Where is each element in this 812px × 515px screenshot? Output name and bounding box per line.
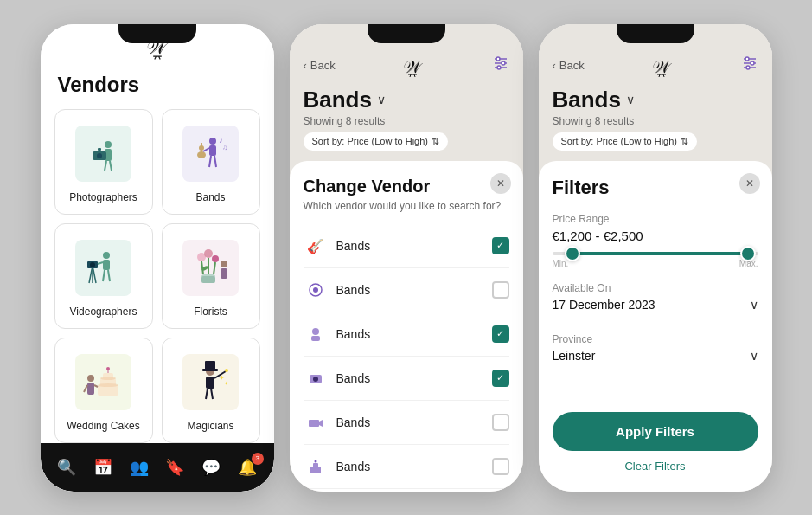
vendor-checkbox-4[interactable] <box>492 414 509 431</box>
change-vendor-screen: ‹ Back 𝒲 <box>290 24 523 492</box>
vendor-grid: Photographers <box>41 109 274 443</box>
vendor-card-bands[interactable]: ♪ ♫ Bands <box>162 109 260 215</box>
sort-chip-3[interactable]: Sort by: Price (Low to High) ⇅ <box>553 132 698 151</box>
vendor-card-photographers[interactable]: Photographers <box>54 109 153 215</box>
vendor-card-florists[interactable]: Florists <box>162 223 260 329</box>
filter-icon-2[interactable] <box>492 55 509 76</box>
price-min-label: Min. <box>553 259 569 268</box>
vendor-list-item-2[interactable]: Bands <box>304 312 509 357</box>
filters-screen: ‹ Back 𝒲 <box>539 24 772 492</box>
clear-filters-button[interactable]: Clear Filters <box>553 456 758 476</box>
province-section: Province Leinster ∨ <box>553 333 758 370</box>
available-on-value: 17 December 2023 <box>553 298 655 312</box>
videographers-label: Videographers <box>70 306 137 318</box>
svg-point-51 <box>98 383 118 387</box>
svg-point-38 <box>212 255 219 262</box>
province-value: Leinster <box>553 349 596 363</box>
vendor-checkbox-3[interactable] <box>492 370 509 387</box>
svg-point-77 <box>496 57 500 61</box>
svg-rect-63 <box>206 377 214 389</box>
filter-icon-3[interactable] <box>741 55 758 76</box>
vendor-list-item-5[interactable]: Bands <box>304 445 509 489</box>
vendor-icon-2 <box>304 322 328 346</box>
price-slider-thumb-min[interactable] <box>565 246 580 261</box>
screen3-chevron[interactable]: ∨ <box>626 93 635 106</box>
screen2-chevron[interactable]: ∨ <box>377 93 386 106</box>
screen2-title-row: Bands ∨ <box>304 87 509 113</box>
available-on-chevron: ∨ <box>750 298 758 312</box>
price-slider-track[interactable] <box>553 252 758 255</box>
svg-point-14 <box>209 138 216 145</box>
phone-notch-2 <box>368 24 445 43</box>
sort-label-2: Sort by: Price (Low to High) <box>312 136 429 146</box>
svg-point-91 <box>314 460 316 462</box>
vendor-list-item-6[interactable]: ✂ Bands <box>304 489 509 492</box>
filters-close-button[interactable]: ✕ <box>739 173 760 194</box>
nav-chat[interactable]: 💬 <box>201 458 221 477</box>
vendor-checkbox-2[interactable] <box>492 325 509 343</box>
back-label-3: Back <box>559 59 585 72</box>
svg-rect-10 <box>98 148 101 151</box>
vendors-title: Vendors <box>41 73 274 97</box>
screen2-results: Showing 8 results <box>304 115 509 127</box>
vendor-list-item-4[interactable]: Bands <box>304 401 509 445</box>
screen2-header: ‹ Back 𝒲 <box>290 24 523 161</box>
svg-rect-89 <box>310 467 321 473</box>
vendor-card-wedding-cakes[interactable]: Wedding Cakes <box>54 338 153 443</box>
vendor-list: 🎸 Bands Bands <box>304 224 509 492</box>
vendor-list-item-0[interactable]: 🎸 Bands <box>304 224 509 268</box>
svg-point-65 <box>225 369 228 372</box>
screen3-title-row: Bands ∨ <box>553 87 758 113</box>
back-button-2[interactable]: ‹ Back <box>304 59 336 72</box>
filters-title: Filters <box>553 177 758 199</box>
nav-search[interactable]: 🔍 <box>57 458 76 477</box>
vendor-list-item-1[interactable]: Bands <box>304 268 509 312</box>
available-on-dropdown[interactable]: 17 December 2023 ∨ <box>553 298 758 319</box>
svg-text:🎸: 🎸 <box>307 238 324 254</box>
sort-icon-3: ⇅ <box>681 136 688 147</box>
svg-point-31 <box>90 262 95 267</box>
back-button-3[interactable]: ‹ Back <box>553 59 585 72</box>
svg-rect-26 <box>103 260 110 270</box>
svg-rect-56 <box>87 383 94 395</box>
province-label: Province <box>553 333 758 345</box>
back-chevron-2: ‹ <box>304 59 307 72</box>
nav-bell[interactable]: 🔔 3 <box>238 458 257 477</box>
sort-chip-2[interactable]: Sort by: Price (Low to High) ⇅ <box>304 132 449 151</box>
modal-close-button[interactable]: ✕ <box>490 173 511 194</box>
screen3-header: ‹ Back 𝒲 <box>539 24 772 161</box>
florists-label: Florists <box>194 306 227 318</box>
change-vendor-modal: ✕ Change Vendor Which vendor would you l… <box>290 161 523 492</box>
vendor-name-4: Bands <box>336 415 483 429</box>
price-range-labels: Min. Max. <box>553 259 758 268</box>
vendor-list-item-3[interactable]: Bands <box>304 357 509 401</box>
magicians-label: Magicians <box>187 420 233 432</box>
vendor-checkbox-0[interactable] <box>492 237 509 254</box>
vendor-checkbox-1[interactable] <box>492 281 509 299</box>
svg-point-102 <box>746 66 750 69</box>
modal-title: Change Vendor <box>304 177 509 196</box>
price-slider-thumb-max[interactable] <box>740 246 756 261</box>
apply-filters-button[interactable]: Apply Filters <box>553 412 758 451</box>
vendor-name-0: Bands <box>336 239 483 253</box>
photographers-label: Photographers <box>69 191 137 203</box>
vendor-card-magicians[interactable]: ✦ ✦ Magicians <box>162 338 260 443</box>
nav-people[interactable]: 👥 <box>130 458 149 477</box>
svg-text:𝒲: 𝒲 <box>403 57 423 76</box>
nav-calendar[interactable]: 📅 <box>93 458 112 477</box>
price-range-section: Price Range €1,200 - €2,500 Min. Max. <box>553 213 758 268</box>
vendor-icon-4 <box>304 410 328 435</box>
svg-rect-15 <box>209 145 216 156</box>
vendors-phone: 𝒲 Vendors <box>41 24 274 492</box>
vendor-card-videographers[interactable]: Videographers <box>54 223 153 329</box>
svg-marker-88 <box>319 420 323 427</box>
svg-rect-44 <box>201 276 215 283</box>
svg-text:𝒲: 𝒲 <box>652 57 672 76</box>
nav-bookmark[interactable]: 🔖 <box>165 458 184 477</box>
province-dropdown[interactable]: Leinster ∨ <box>553 349 758 370</box>
svg-point-54 <box>106 367 110 370</box>
wedding-cakes-label: Wedding Cakes <box>67 420 140 432</box>
videographers-illustration <box>74 238 134 299</box>
vendor-checkbox-5[interactable] <box>492 458 509 475</box>
vendor-name-1: Bands <box>336 283 483 297</box>
